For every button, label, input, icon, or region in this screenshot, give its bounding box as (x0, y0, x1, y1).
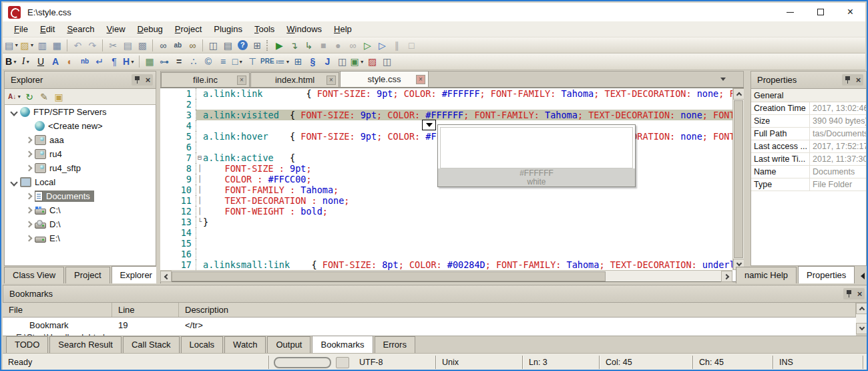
output-tab-watch[interactable]: Watch (224, 336, 266, 353)
step-over-button[interactable]: ↳ (302, 39, 315, 52)
insert-object-button[interactable]: ▣▼ (351, 55, 365, 68)
tree-item-create-new[interactable]: <Create new> (5, 119, 156, 133)
script-button[interactable]: J (321, 55, 335, 68)
expand-chevron-icon[interactable] (25, 164, 33, 172)
fullscreen-button[interactable]: ⊞ (250, 39, 264, 52)
broken-image-button[interactable]: ▨ (366, 55, 379, 68)
code-line-1[interactable]: 1a.link:link { FONT-SIZE: 9pt; COLOR: #F… (160, 88, 732, 99)
maximize-button[interactable] (805, 3, 835, 21)
tree-item-documents[interactable]: Documents (5, 189, 156, 203)
tab-close-icon[interactable]: × (237, 76, 246, 85)
output-tab-bookmarks[interactable]: Bookmarks (312, 336, 373, 353)
expand-chevron-icon[interactable] (25, 136, 33, 144)
code-line-16[interactable]: 16 (160, 249, 732, 259)
tab-close-icon[interactable]: × (327, 76, 336, 85)
property-row-type[interactable]: TypeFile Folder (751, 178, 866, 191)
expand-chevron-icon[interactable] (25, 150, 33, 158)
stop-button[interactable]: ■ (316, 39, 330, 52)
output-tab-locals[interactable]: Locals (181, 336, 224, 353)
explorer-tab-explorer[interactable]: Explorer (112, 266, 161, 283)
expand-chevron-icon[interactable] (25, 193, 33, 201)
tree-item-ru4[interactable]: ru4 (5, 147, 156, 161)
bookmarks-column-line[interactable]: Line (112, 303, 179, 317)
italic-button[interactable]: I▼ (19, 55, 33, 68)
tree-item-ftp-sftp-servers[interactable]: FTP/SFTP Servers (5, 105, 156, 119)
bookmarks-column-file[interactable]: File (3, 303, 112, 317)
align-button[interactable]: ≡ (216, 55, 230, 68)
pin-icon[interactable] (845, 76, 851, 84)
save-all-button[interactable]: ▦ (50, 39, 63, 52)
find-in-files-button[interactable]: ∞ (186, 39, 199, 52)
tree-item-e[interactable]: E:\ (5, 231, 156, 245)
menu-debug[interactable]: Debug (132, 22, 169, 36)
document-tab-style-css[interactable]: style.css× (340, 71, 429, 87)
panel-close-icon[interactable]: × (145, 76, 150, 84)
close-button[interactable]: × (835, 3, 865, 21)
heading-button[interactable]: H▼ (122, 55, 136, 68)
color-dropdown-button[interactable] (422, 120, 436, 130)
code-line-13[interactable]: 13└} (160, 217, 732, 227)
tree-item-local[interactable]: Local (5, 175, 156, 189)
output-tab-search-result[interactable]: Search Result (49, 336, 122, 353)
new-file-button[interactable]: ▤▼ (5, 39, 19, 52)
hyperlink-button[interactable]: ⊶ (158, 55, 171, 68)
menu-edit[interactable]: Edit (34, 22, 61, 36)
property-row-last-access[interactable]: Last access ...2017, 17:52:17 (751, 140, 866, 153)
property-row-size[interactable]: Size390 940 bytes) (751, 115, 866, 128)
output-tab-output[interactable]: Output (267, 336, 310, 353)
menu-file[interactable]: File (8, 22, 34, 36)
code-line-12[interactable]: 12│ FONT-WEIGHT : bold; (160, 206, 732, 217)
menu-help[interactable]: Help (328, 22, 358, 36)
tab-list-button[interactable] (718, 75, 728, 83)
property-row-full-path[interactable]: Full Pathtas/Documents (751, 128, 866, 140)
refresh-button[interactable]: ↻ (23, 90, 36, 104)
left-splitter[interactable] (156, 71, 160, 283)
help-button[interactable]: ? (236, 39, 249, 52)
run-button[interactable]: ▶ (272, 39, 286, 52)
pause-button[interactable]: ∥ (390, 39, 403, 52)
expand-chevron-icon[interactable] (25, 221, 33, 229)
div-box-button[interactable]: □▼ (231, 55, 244, 68)
sort-az-button[interactable]: A↓▼ (8, 90, 21, 104)
nbsp-button[interactable]: nb (78, 55, 91, 68)
menu-project[interactable]: Project (169, 22, 208, 36)
expand-chevron-icon[interactable] (10, 108, 18, 116)
panel-close-icon[interactable]: × (855, 76, 861, 84)
fold-marker-icon[interactable]: ⊟ (196, 152, 203, 163)
scroll-down-button[interactable] (856, 323, 867, 334)
copyright-button[interactable]: © (202, 55, 215, 68)
editor-vertical-scrollbar[interactable] (732, 88, 744, 270)
menu-tools[interactable]: Tools (248, 22, 280, 36)
scroll-right-button[interactable] (721, 271, 732, 282)
frame-button[interactable]: ◫ (381, 55, 394, 68)
table-button[interactable]: ⊞ (292, 55, 305, 68)
tree-item-ru4-sftp[interactable]: ru4_sftp (5, 161, 156, 175)
redo-button[interactable]: ↷ (85, 39, 99, 52)
panel-close-icon[interactable]: × (857, 289, 862, 298)
output-tab-todo[interactable]: TODO (6, 336, 48, 353)
inspect-button[interactable]: ∞ (346, 39, 359, 52)
scroll-left-button[interactable] (160, 271, 172, 282)
tree-item-aaa[interactable]: aaa (5, 133, 156, 147)
split-view-button[interactable]: ◫ (206, 39, 220, 52)
line-break-button[interactable]: ↵ (93, 55, 106, 68)
copy-button[interactable]: ▤ (121, 39, 134, 52)
font-color-button[interactable]: A (49, 55, 62, 68)
menu-search[interactable]: Search (61, 22, 100, 36)
bookmark-row[interactable]: Bookmark19</tr> (3, 318, 856, 332)
save-button[interactable]: ▥ (35, 39, 49, 52)
palette-button[interactable]: ◐ (63, 55, 77, 68)
horizontal-rule-button[interactable]: = (172, 55, 186, 68)
output-tab-errors[interactable]: Errors (375, 336, 415, 353)
expand-chevron-icon[interactable] (25, 235, 33, 243)
tab-close-icon[interactable]: × (416, 75, 425, 84)
stop-debug-button[interactable]: □ (405, 39, 418, 52)
vertical-scroll-thumb[interactable] (734, 100, 743, 258)
run-to-cursor-button[interactable]: ▷ (361, 39, 374, 52)
run-script-button[interactable]: ▷ (375, 39, 389, 52)
cut-button[interactable]: ✂ (106, 39, 120, 52)
special-char-button[interactable]: ∴ (187, 55, 200, 68)
tabs-scroll-left-button[interactable] (858, 270, 867, 282)
menu-plugins[interactable]: Plugins (208, 22, 248, 36)
property-row-creation-time[interactable]: Creation Time2017, 13:02:46 (751, 102, 866, 115)
